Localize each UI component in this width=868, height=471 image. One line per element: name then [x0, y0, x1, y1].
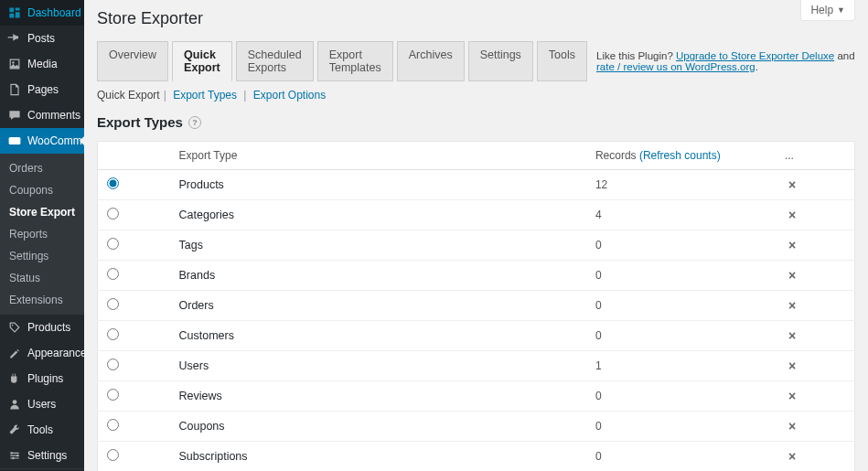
export-type-radio[interactable]: [107, 419, 119, 431]
export-type-count: 4: [586, 200, 776, 230]
help-tab-button[interactable]: Help ▼: [800, 0, 855, 21]
remove-row-button[interactable]: ×: [785, 238, 799, 252]
tab-scheduled-exports[interactable]: Scheduled Exports: [236, 41, 314, 81]
tab-archives[interactable]: Archives: [397, 41, 465, 81]
upgrade-link[interactable]: Upgrade to Store Exporter Deluxe: [676, 50, 834, 61]
sidebar-sub-status[interactable]: Status: [0, 267, 84, 289]
sidebar-item-media[interactable]: Media: [0, 51, 84, 77]
export-type-name: Products: [170, 170, 586, 200]
sidebar-item-comments[interactable]: Comments: [0, 102, 84, 128]
table-row: Customers 0 ×: [98, 321, 855, 351]
table-row: Orders 0 ×: [98, 291, 855, 321]
woocommerce-icon: [7, 134, 22, 148]
col-select: [98, 142, 170, 170]
svg-point-5: [16, 455, 18, 456]
export-type-radio[interactable]: [107, 208, 119, 219]
sidebar-item-woocommerce[interactable]: WooCommerce: [0, 128, 84, 154]
users-icon: [7, 397, 22, 412]
export-type-count: 1: [586, 351, 776, 381]
export-type-count: 0: [586, 442, 776, 472]
export-type-name: Coupons: [170, 412, 586, 442]
export-type-count: 0: [586, 412, 776, 442]
export-type-name: Brands: [170, 261, 586, 291]
tools-icon: [7, 423, 22, 437]
export-type-radio[interactable]: [107, 328, 119, 340]
export-type-radio[interactable]: [107, 359, 119, 370]
sidebar-item-label: Dashboard: [27, 6, 81, 19]
sidebar-sub-store-export[interactable]: Store Export: [0, 201, 84, 223]
tab-settings[interactable]: Settings: [468, 41, 533, 81]
sidebar-item-label: Settings: [27, 449, 67, 462]
export-type-name: Reviews: [170, 381, 586, 412]
remove-row-button[interactable]: ×: [785, 268, 799, 283]
tab-tools[interactable]: Tools: [537, 41, 587, 81]
sidebar-item-label: Comments: [27, 109, 80, 122]
crumb-export-options[interactable]: Export Options: [253, 89, 326, 102]
sidebar-item-appearance[interactable]: Appearance: [0, 340, 84, 366]
export-types-table: Export Type Records (Refresh counts) ...…: [97, 141, 855, 471]
sidebar-item-tools[interactable]: Tools: [0, 417, 84, 443]
sidebar-item-pages[interactable]: Pages: [0, 77, 84, 102]
table-row: Subscriptions 0 ×: [98, 442, 855, 472]
sidebar-sub-orders[interactable]: Orders: [0, 157, 84, 179]
sidebar-sub-settings[interactable]: Settings: [0, 245, 84, 267]
settings-icon: [7, 448, 22, 463]
svg-rect-1: [9, 137, 21, 145]
sidebar-item-products[interactable]: Products: [0, 315, 84, 340]
export-type-radio[interactable]: [107, 238, 119, 250]
sidebar-item-posts[interactable]: Posts: [0, 26, 84, 51]
export-type-radio[interactable]: [107, 449, 119, 461]
remove-row-button[interactable]: ×: [785, 389, 799, 403]
sidebar-item-label: Posts: [27, 32, 55, 45]
table-row: Coupons 0 ×: [98, 412, 855, 442]
pages-icon: [7, 82, 22, 97]
remove-row-button[interactable]: ×: [785, 359, 799, 373]
remove-row-button[interactable]: ×: [785, 177, 799, 192]
sidebar-item-settings[interactable]: Settings: [0, 443, 84, 468]
sidebar-item-label: Products: [27, 321, 70, 334]
sidebar-item-label: Pages: [27, 83, 59, 96]
sidebar-item-label: Plugins: [27, 372, 63, 385]
remove-row-button[interactable]: ×: [785, 328, 799, 343]
table-row: Brands 0 ×: [98, 261, 855, 291]
sidebar-item-label: Users: [27, 398, 56, 411]
svg-point-0: [12, 61, 14, 63]
sidebar-item-plugins[interactable]: Plugins: [0, 366, 84, 391]
tab-export-templates[interactable]: Export Templates: [317, 41, 393, 81]
remove-row-button[interactable]: ×: [785, 208, 799, 222]
export-type-name: Tags: [170, 230, 586, 261]
export-type-radio[interactable]: [107, 268, 119, 280]
remove-row-button[interactable]: ×: [785, 298, 799, 313]
export-type-radio[interactable]: [107, 177, 119, 189]
export-type-name: Subscriptions: [170, 442, 586, 472]
svg-point-3: [13, 400, 17, 404]
table-row: Categories 4 ×: [98, 200, 855, 230]
sidebar-item-dashboard[interactable]: Dashboard: [0, 0, 84, 26]
appearance-icon: [7, 346, 22, 360]
review-link[interactable]: rate / review us on WordPress.org: [596, 61, 755, 72]
svg-point-2: [12, 325, 14, 326]
export-type-radio[interactable]: [107, 389, 119, 401]
svg-point-6: [12, 457, 14, 459]
table-row: Users 1 ×: [98, 351, 855, 381]
col-records: Records (Refresh counts): [586, 142, 776, 170]
sidebar-item-label: Tools: [27, 423, 53, 436]
crumb-export-types[interactable]: Export Types: [173, 89, 237, 102]
plugin-tabs: OverviewQuick ExportScheduled ExportsExp…: [97, 41, 587, 81]
export-type-radio[interactable]: [107, 298, 119, 310]
sidebar-item-users[interactable]: Users: [0, 391, 84, 417]
sidebar-sub-extensions[interactable]: Extensions: [0, 289, 84, 311]
remove-row-button[interactable]: ×: [785, 419, 799, 434]
export-type-count: 0: [586, 261, 776, 291]
tab-overview[interactable]: Overview: [97, 41, 168, 81]
sidebar-sub-reports[interactable]: Reports: [0, 223, 84, 245]
remove-row-button[interactable]: ×: [785, 449, 799, 464]
tab-quick-export[interactable]: Quick Export: [172, 41, 232, 81]
export-type-name: Categories: [170, 200, 586, 230]
export-type-name: Customers: [170, 321, 586, 351]
refresh-counts-link[interactable]: (Refresh counts): [639, 149, 721, 162]
export-type-count: 12: [586, 170, 776, 200]
help-icon[interactable]: ?: [188, 116, 201, 129]
table-row: Products 12 ×: [98, 170, 855, 200]
sidebar-sub-coupons[interactable]: Coupons: [0, 179, 84, 201]
